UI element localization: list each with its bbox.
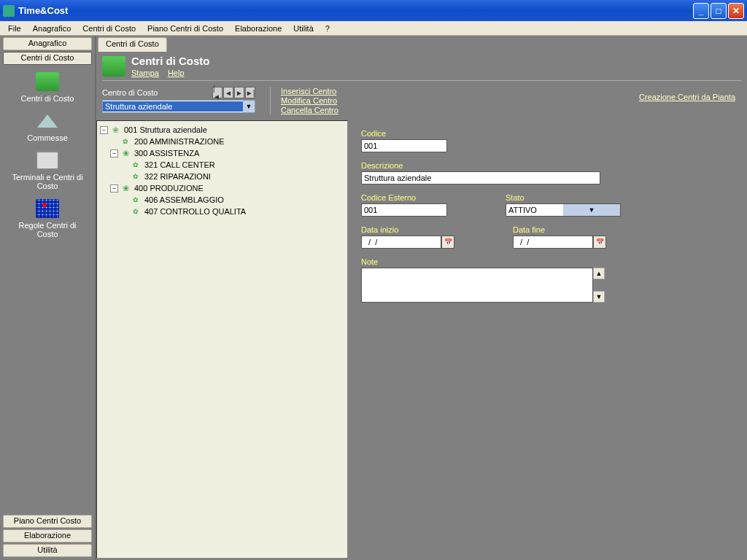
tree-node[interactable]: − 400 PRODUZIONE [100, 182, 344, 194]
note-textarea[interactable] [361, 268, 593, 303]
titlebar: Time&Cost _ □ ✕ [0, 0, 747, 21]
codice-input[interactable] [361, 139, 447, 152]
menu-piano-centri[interactable]: Piano Centri di Costo [142, 23, 229, 34]
form-panel: Codice Descrizione Codice Esterno Stato [349, 120, 747, 560]
calendar-icon[interactable]: 📅 [441, 236, 454, 249]
window-title: Time&Cost [18, 5, 693, 16]
tree-node[interactable]: 407 CONTROLLO QUALITA [100, 206, 344, 217]
tree-node[interactable]: − 300 ASSISTENZA [100, 147, 344, 159]
sidebar: Anagrafico Centri di Costo Centri di Cos… [0, 36, 95, 560]
close-button[interactable]: ✕ [728, 3, 744, 19]
link-stampa[interactable]: Stampa [131, 69, 159, 77]
codice-esterno-label: Codice Esterno [361, 193, 447, 202]
money-icon [36, 72, 59, 91]
menu-centri-di-costo[interactable]: Centri di Costo [77, 23, 142, 34]
tree-root-icon [110, 125, 120, 135]
tree-node[interactable]: 406 ASSEMBLAGGIO [100, 194, 344, 206]
minimize-button[interactable]: _ [693, 3, 709, 19]
header-panel: Centri di Costo Stampa Help Centro di Co… [96, 52, 747, 120]
branch-icon [120, 183, 131, 193]
leaf-icon [131, 160, 141, 170]
stato-label: Stato [506, 193, 621, 202]
data-fine-input[interactable] [513, 236, 593, 249]
data-inizio-label: Data inizio [361, 225, 454, 234]
maximize-button[interactable]: □ [711, 3, 727, 19]
header-icon [102, 56, 125, 77]
link-cancella[interactable]: Cancella Centro [281, 106, 338, 114]
tree-node[interactable]: 322 RIPARAZIONI [100, 171, 344, 182]
chevron-down-icon: ▼ [563, 204, 620, 216]
collapse-icon[interactable]: − [100, 126, 108, 134]
nav-last-icon[interactable]: ►| [245, 87, 255, 98]
descrizione-input[interactable] [361, 171, 600, 184]
calendar-icon[interactable]: 📅 [593, 236, 606, 249]
page-title: Centri di Costo [131, 55, 210, 67]
link-inserisci[interactable]: Inserisci Centro [281, 87, 338, 96]
scroll-down-icon[interactable]: ▼ [593, 291, 605, 303]
link-creazione-pianta[interactable]: Creazione Centri da Pianta [639, 93, 735, 101]
sidebar-btn-piano[interactable]: Piano Centri Costo [3, 515, 92, 528]
codice-label: Codice [361, 129, 735, 138]
sidebar-btn-anagrafico[interactable]: Anagrafico [3, 37, 92, 50]
note-label: Note [361, 257, 735, 266]
collapse-icon[interactable]: − [110, 149, 118, 158]
menu-utilita[interactable]: Utilità [287, 23, 320, 34]
sidebar-btn-utilita[interactable]: Utilità [3, 544, 92, 557]
nav-prev-icon[interactable]: ◄ [223, 87, 233, 98]
menubar: File Anagrafico Centri di Costo Piano Ce… [0, 21, 747, 36]
centro-combo[interactable]: Struttura aziendale ▼ [102, 100, 255, 113]
nav-next-icon[interactable]: ► [234, 87, 244, 98]
sidebar-icon-regole[interactable]: Regole Centri di Costo [11, 199, 84, 238]
box-icon [36, 112, 59, 131]
tree-node-root[interactable]: − 001 Struttura aziendale [100, 124, 344, 136]
data-inizio-input[interactable] [361, 236, 441, 249]
menu-file[interactable]: File [2, 23, 27, 34]
sidebar-icon-terminali[interactable]: Terminali e Centri di Costo [11, 151, 84, 190]
terminal-icon [36, 151, 59, 170]
sidebar-icon-commesse[interactable]: Commesse [11, 112, 84, 142]
link-modifica[interactable]: Modifica Centro [281, 96, 338, 105]
sidebar-btn-centri-di-costo[interactable]: Centri di Costo [3, 52, 92, 65]
scroll-up-icon[interactable]: ▲ [593, 268, 605, 279]
branch-icon [120, 148, 131, 158]
leaf-icon [131, 206, 141, 217]
content-area: Centri di Costo Centri di Costo Stampa H… [95, 36, 747, 560]
stato-combo[interactable]: ATTIVO ▼ [506, 203, 621, 217]
data-fine-label: Data fine [513, 225, 606, 234]
tab-centri-di-costo[interactable]: Centri di Costo [98, 37, 167, 52]
descrizione-label: Descrizione [361, 161, 735, 170]
sidebar-icon-label: Commesse [27, 133, 68, 142]
sidebar-icon-label: Terminali e Centri di Costo [11, 173, 84, 190]
leaf-icon [131, 171, 141, 182]
tab-row: Centri di Costo [96, 36, 747, 52]
tree-node[interactable]: 321 CALL CENTER [100, 159, 344, 171]
menu-anagrafico[interactable]: Anagrafico [27, 23, 77, 34]
link-help[interactable]: Help [168, 69, 185, 77]
leaf-icon [131, 195, 141, 205]
sidebar-icon-label: Centri di Costo [21, 94, 74, 103]
sidebar-btn-elaborazione[interactable]: Elaborazione [3, 529, 92, 542]
stato-value: ATTIVO [506, 206, 563, 214]
grid-icon [36, 199, 59, 218]
leaf-icon [120, 136, 131, 147]
app-icon [3, 5, 15, 17]
combo-label: Centro di Costo |◄ ◄ ► ►| [102, 87, 255, 98]
sidebar-icon-label: Regole Centri di Costo [11, 221, 84, 238]
sidebar-icon-centri-di-costo[interactable]: Centri di Costo [11, 72, 84, 103]
menu-elaborazione[interactable]: Elaborazione [229, 23, 287, 34]
combo-selected: Struttura aziendale [103, 101, 243, 112]
tree-node[interactable]: 200 AMMINISTRAZIONE [100, 136, 344, 147]
chevron-down-icon: ▼ [243, 101, 255, 112]
tree-panel: − 001 Struttura aziendale 200 AMMINISTRA… [96, 120, 348, 559]
codice-esterno-input[interactable] [361, 203, 447, 217]
menu-help[interactable]: ? [320, 23, 336, 34]
collapse-icon[interactable]: − [110, 184, 118, 192]
nav-first-icon[interactable]: |◄ [212, 87, 222, 98]
